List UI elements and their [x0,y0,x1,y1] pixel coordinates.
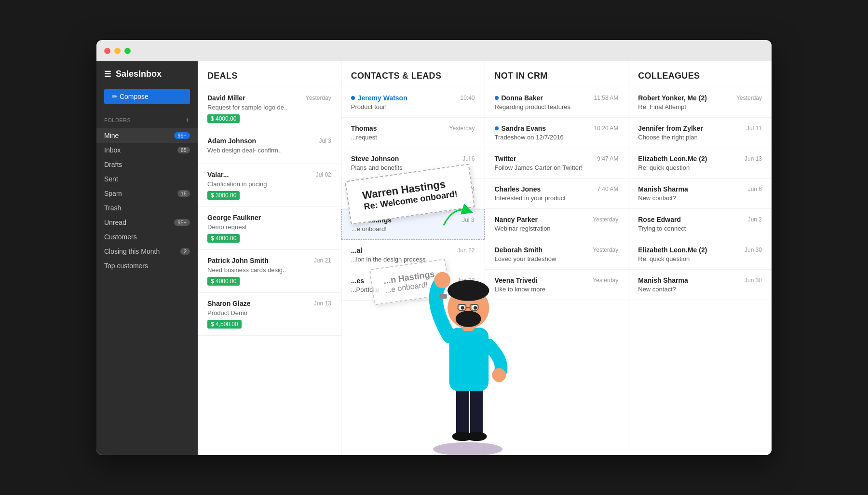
unread-dot [495,96,499,100]
not-in-crm-column: NOT IN CRM Donna Baker 11:58 AM Regardin… [485,61,629,455]
colleague-item-robert[interactable]: Robert Yonker, Me (2) Yesterday Re: Fina… [628,87,772,118]
sidebar-badge-inbox: 65 [177,147,190,153]
crm-time: 11:58 AM [594,95,619,101]
contact-item-steve-johnson[interactable]: Steve Johnson Jul 6 Plans and benefits [341,148,485,179]
colleague-date: Jun 30 [745,277,762,284]
sidebar-badge-mine: 99+ [174,132,190,139]
main-area: DEALS David Miller Yesterday Request for… [198,61,772,455]
deal-name: Patrick John Smith [207,257,269,264]
contact-time: Jun 22 [457,247,475,254]
deals-header: DEALS [198,61,341,87]
deal-name: Adam Johnson [207,137,256,145]
sidebar-item-mine[interactable]: Mine 99+ [96,128,198,143]
crm-item-sandra-evans[interactable]: Sandra Evans 10:20 AM Tradeshow on 12/7/… [485,118,628,148]
crm-name: Deborah Smith [495,246,543,254]
crm-item-veena-trivedi[interactable]: Veena Trivedi Yesterday Like to know mor… [485,270,628,300]
colleague-subject: Trying to connect [638,225,762,232]
deal-item-sharon-glaze[interactable]: Sharon Glaze Jun 13 Product Demo $ 4,500… [198,293,341,336]
colleague-name: Jennifer from Zylker [638,124,703,132]
contact-subject: Product tour! [351,103,475,110]
sidebar-item-label: Closing this Month [104,248,160,255]
crm-item-twitter[interactable]: Twitter 9:47 AM Follow James Carter on T… [485,148,628,179]
contact-item-7[interactable]: ...es Jun 22 ...Portfolio [341,270,485,301]
contact-item-thomas[interactable]: Thomas Yesterday ...request [341,118,485,148]
colleague-date: Jun 2 [748,216,762,223]
minimize-dot[interactable] [114,48,121,54]
deal-name: David Miller [207,94,245,102]
crm-subject: Interested in your product [495,194,619,202]
contact-item-6[interactable]: ...al Jun 22 ...ion in the design proces… [341,240,485,270]
browser-window: ☰ SalesInbox ✏ Compose FOLDERS + Mine 99… [96,40,772,455]
deal-item-adam-johnson[interactable]: Adam Johnson Jul 3 Web design deal- conf… [198,130,341,164]
hamburger-icon[interactable]: ☰ [104,69,111,79]
compose-button[interactable]: ✏ Compose [104,89,190,104]
colleague-item-rose[interactable]: Rose Edward Jun 2 Trying to connect [628,209,772,239]
add-folder-icon[interactable]: + [185,116,190,124]
sidebar-item-closing[interactable]: Closing this Month 2 [96,244,198,259]
deal-item-george-faulkner[interactable]: George Faulkner Demo request $ 4000.00 [198,207,341,250]
colleague-subject: New contact? [638,286,762,293]
deal-amount: $ 4000.00 [207,234,240,243]
contact-name: ...n Hastings [352,216,392,224]
colleague-item-elizabeth1[interactable]: Elizabeth Leon.Me (2) Jun 13 Re: quick q… [628,148,772,179]
sidebar-item-unread[interactable]: Unread 95+ [96,215,198,230]
sidebar-item-sent[interactable]: Sent [96,172,198,186]
crm-subject: Regarding product features [495,103,619,110]
contact-subject: Plans and benefits [351,164,475,171]
crm-time: 10:20 AM [594,125,619,132]
sidebar-item-label: Spam [104,190,122,197]
deal-amount: $ 4,500.00 [207,320,242,329]
crm-item-charles-jones[interactable]: Charles Jones 7:40 AM Interested in your… [485,179,628,209]
sidebar-item-label: Top customers [104,262,148,270]
crm-subject: Loved your tradeshow [495,255,619,262]
colleagues-list: Robert Yonker, Me (2) Yesterday Re: Fina… [628,87,772,455]
crm-item-deborah-smith[interactable]: Deborah Smith Yesterday Loved your trade… [485,239,628,270]
colleague-name: Elizabeth Leon.Me (2) [638,246,707,254]
colleague-name: Manish Sharma [638,185,688,193]
crm-subject: Tradeshow on 12/7/2016 [495,134,619,141]
close-dot[interactable] [104,48,110,54]
sidebar-item-customers[interactable]: Customers [96,230,198,244]
unread-dot [495,126,499,130]
contact-name: ...es [351,277,364,285]
sidebar-item-trash[interactable]: Trash [96,201,198,215]
deals-column: DEALS David Miller Yesterday Request for… [198,61,341,455]
sidebar-item-inbox[interactable]: Inbox 65 [96,143,198,157]
contacts-list: Jeremy Watson 10:40 Product tour! Thomas [341,87,485,455]
colleague-date: Jun 30 [745,247,762,253]
colleague-item-jennifer[interactable]: Jennifer from Zylker Jul 11 Choose the r… [628,118,772,148]
deals-list: David Miller Yesterday Request for sampl… [198,87,341,455]
sidebar-item-top-customers[interactable]: Top customers [96,259,198,273]
colleague-item-manish1[interactable]: Manish Sharma Jun 6 New contact? [628,179,772,209]
contact-item-jeremy-watson[interactable]: Jeremy Watson 10:40 Product tour! [341,87,485,118]
deal-date: Jun 13 [314,300,331,307]
colleague-item-manish2[interactable]: Manish Sharma Jun 30 New contact? [628,270,772,300]
app-body: ☰ SalesInbox ✏ Compose FOLDERS + Mine 99… [96,61,772,455]
sidebar-item-label: Inbox [104,146,121,154]
deal-item-david-miller[interactable]: David Miller Yesterday Request for sampl… [198,87,341,130]
colleague-item-elizabeth2[interactable]: Elizabeth Leon.Me (2) Jun 30 Re: quick q… [628,239,772,270]
contact-name: Thomas [351,124,377,132]
deal-item-patrick-smith[interactable]: Patrick John Smith Jun 21 Need business … [198,250,341,293]
colleague-subject: Re: quick question [638,255,762,262]
contact-subject: ...e onboard! [352,225,475,233]
deal-amount: $ 4000.00 [207,114,240,123]
contact-item-hastings[interactable]: ...n Hastings Jul 3 ...e onboard! [341,209,485,240]
sidebar-item-spam[interactable]: Spam 16 [96,186,198,201]
crm-time: 9:47 AM [597,155,618,162]
contact-time: 10:40 [460,95,475,101]
maximize-dot[interactable] [124,48,131,54]
colleague-name: Robert Yonker, Me (2) [638,94,707,102]
deal-date: Jul 3 [319,138,331,144]
deal-subject: Product Demo [207,309,331,316]
sidebar-item-drafts[interactable]: Drafts [96,157,198,172]
deal-subject: Need business cards desig.. [207,266,331,274]
sidebar-item-label: Trash [104,204,121,212]
contact-item-sandra-evans[interactable]: Sandra Evans Jul 4 ...upgrade? [341,179,485,209]
contact-subject: ...upgrade? [351,194,475,202]
crm-item-nancy-parker[interactable]: Nancy Parker Yesterday Webinar registrat… [485,209,628,239]
contacts-header: CONTACTS & LEADS [341,61,485,87]
crm-item-donna-baker[interactable]: Donna Baker 11:58 AM Regarding product f… [485,87,628,118]
crm-time: Yesterday [593,216,618,223]
deal-item-valar[interactable]: Valar... Jul 02 Clarification in pricing… [198,164,341,207]
